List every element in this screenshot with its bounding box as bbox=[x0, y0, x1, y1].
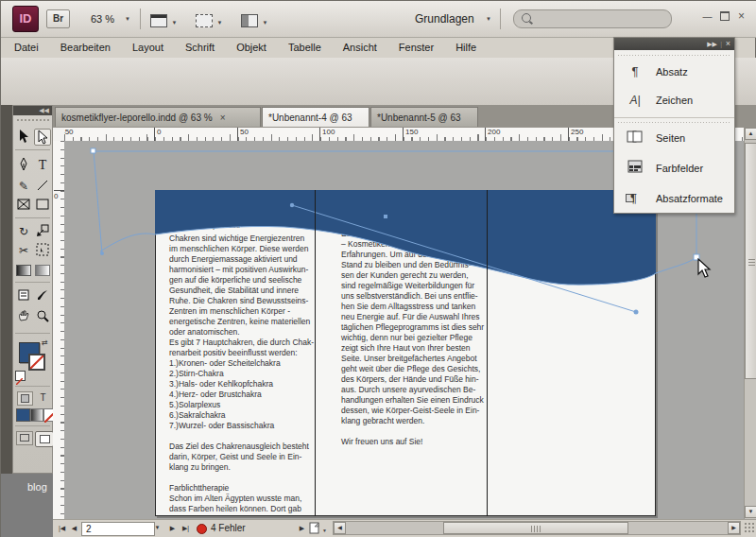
view-options-button[interactable]: ▼ bbox=[150, 11, 177, 28]
menu-fenster[interactable]: Fenster bbox=[399, 42, 434, 53]
menu-ansicht[interactable]: Ansicht bbox=[343, 42, 377, 53]
ruler-label: 50 bbox=[237, 128, 249, 141]
swatches-icon bbox=[626, 160, 644, 177]
first-page-icon[interactable]: |◀ bbox=[56, 522, 68, 534]
pen-tool[interactable] bbox=[15, 157, 32, 174]
window-resize-grip[interactable] bbox=[744, 522, 756, 534]
rotate-tool[interactable]: ↻ bbox=[15, 223, 32, 240]
path-handle-point[interactable] bbox=[100, 251, 104, 255]
minimize-button[interactable]: — bbox=[700, 11, 714, 24]
tab-unbenannt-4[interactable]: *Unbenannt-4 @ 63 %× bbox=[262, 107, 369, 127]
menu-schrift[interactable]: Schrift bbox=[185, 42, 215, 53]
gradient-tool[interactable] bbox=[15, 261, 32, 278]
tab-unbenannt-5[interactable]: *Unbenannt-5 @ 63 %× bbox=[370, 107, 478, 127]
close-button[interactable]: × bbox=[734, 11, 748, 24]
preflight-next-icon[interactable]: ▶ bbox=[296, 522, 308, 534]
tools-panel-collapse-icon[interactable]: ◀◀ bbox=[13, 106, 52, 115]
preflight-dropdown-icon[interactable]: ▼ bbox=[322, 528, 327, 533]
previous-page-icon[interactable]: ◀ bbox=[68, 522, 80, 534]
horizontal-scroll-thumb[interactable] bbox=[443, 522, 628, 534]
workspace-switcher[interactable]: Grundlagen bbox=[415, 12, 474, 26]
scroll-right-icon[interactable]: ▶ bbox=[728, 522, 740, 534]
screen-mode-icon bbox=[196, 14, 213, 27]
free-transform-tool[interactable] bbox=[34, 242, 51, 259]
titlebar-separator bbox=[500, 9, 501, 29]
page-dropdown-icon[interactable]: ▼ bbox=[151, 522, 163, 534]
scissors-tool[interactable]: ✂ bbox=[15, 242, 32, 259]
selection-tool[interactable] bbox=[15, 129, 32, 146]
scroll-left-icon[interactable]: ◀ bbox=[334, 522, 346, 534]
formatting-affects-container-button[interactable] bbox=[17, 391, 33, 406]
watermark-text: blog bbox=[27, 481, 47, 493]
apply-color-button[interactable] bbox=[16, 408, 30, 422]
panel-item-zeichen[interactable]: A| Zeichen bbox=[614, 91, 734, 110]
tab-kosmetikflyer[interactable]: kosmetikflyer-leporello.indd @ 63 %× bbox=[55, 107, 261, 127]
swap-fill-stroke-icon[interactable]: ⇄ bbox=[42, 338, 48, 347]
scale-tool[interactable] bbox=[34, 223, 51, 240]
close-panel-icon[interactable]: × bbox=[726, 38, 730, 50]
tab-close-icon[interactable]: × bbox=[220, 113, 226, 123]
default-fill-stroke-icon[interactable] bbox=[15, 371, 26, 381]
vertical-scrollbar[interactable]: ▲ ▼ bbox=[744, 128, 756, 519]
formatting-affects-text-button[interactable]: T bbox=[36, 391, 50, 404]
page-fold-line bbox=[487, 190, 488, 516]
next-page-icon[interactable]: ▶ bbox=[166, 522, 179, 534]
search-icon bbox=[522, 13, 531, 23]
pencil-tool[interactable]: ✎ bbox=[15, 178, 32, 195]
scroll-down-icon[interactable]: ▼ bbox=[745, 506, 756, 518]
normal-view-mode-button[interactable] bbox=[16, 431, 33, 445]
titlebar-separator bbox=[140, 9, 141, 29]
type-tool[interactable]: T bbox=[34, 157, 51, 174]
line-tool[interactable] bbox=[34, 178, 51, 195]
zoom-tool[interactable] bbox=[34, 308, 51, 325]
note-tool[interactable] bbox=[15, 287, 32, 304]
gradient-feather-tool[interactable] bbox=[34, 261, 51, 278]
blue-wave-shape[interactable] bbox=[155, 190, 656, 285]
tools-panel-grip[interactable] bbox=[16, 118, 49, 122]
vertical-scroll-thumb[interactable] bbox=[745, 143, 756, 379]
indesign-app-icon: ID bbox=[12, 6, 39, 32]
ruler-label: 100 bbox=[319, 128, 335, 141]
stroke-color-swatch[interactable] bbox=[28, 354, 45, 371]
preview-mode-button[interactable] bbox=[35, 431, 54, 447]
bridge-button[interactable]: Br bbox=[46, 9, 70, 28]
scroll-up-icon[interactable]: ▲ bbox=[745, 128, 756, 140]
path-handle-point[interactable] bbox=[290, 203, 294, 207]
direct-selection-tool[interactable] bbox=[34, 129, 51, 146]
search-input[interactable] bbox=[513, 9, 672, 28]
frame-tool[interactable] bbox=[15, 197, 32, 214]
panel-item-seiten[interactable]: Seiten bbox=[614, 129, 734, 147]
last-page-icon[interactable]: ▶| bbox=[180, 522, 192, 534]
arrange-documents-button[interactable]: ▼ bbox=[241, 11, 267, 28]
apply-gradient-button[interactable] bbox=[30, 408, 43, 422]
path-handle-point[interactable] bbox=[634, 310, 639, 315]
menu-hilfe[interactable]: Hilfe bbox=[455, 42, 476, 53]
watermark-block: blog bbox=[1, 474, 53, 537]
panel-item-absatz[interactable]: ¶ Absatz bbox=[614, 62, 734, 81]
hand-tool[interactable] bbox=[15, 308, 32, 325]
path-anchor-point[interactable] bbox=[384, 215, 387, 218]
floating-panel-header[interactable]: ▶▶ | × bbox=[614, 38, 734, 50]
menu-datei[interactable]: Datei bbox=[14, 42, 39, 53]
workspace-dropdown-icon[interactable]: ▼ bbox=[486, 16, 491, 22]
menu-layout[interactable]: Layout bbox=[132, 42, 163, 53]
eyedropper-tool[interactable] bbox=[34, 287, 51, 304]
restore-button[interactable] bbox=[717, 11, 731, 24]
path-anchor-point[interactable] bbox=[91, 148, 95, 153]
preflight-error-count[interactable]: 4 Fehler bbox=[211, 523, 246, 533]
menu-tabelle[interactable]: Tabelle bbox=[288, 42, 321, 53]
page-number-field[interactable]: 2 bbox=[81, 522, 155, 536]
panel-item-farbfelder[interactable]: Farbfelder bbox=[614, 159, 734, 178]
ruler-label: 0 bbox=[154, 128, 161, 141]
preflight-menu-icon[interactable] bbox=[309, 522, 320, 534]
collapse-panel-icon[interactable]: ▶▶ bbox=[707, 38, 717, 50]
rectangle-tool[interactable] bbox=[34, 197, 51, 214]
panel-item-absatzformate[interactable]: ¶ Absatzformate bbox=[614, 189, 734, 208]
zoom-level-dropdown-icon[interactable]: ▼ bbox=[125, 16, 130, 22]
screen-mode-button[interactable]: ▼ bbox=[196, 11, 222, 28]
horizontal-scrollbar[interactable]: ◀ ▶ bbox=[333, 521, 741, 535]
ruler-label: 250 bbox=[568, 128, 583, 141]
menu-objekt[interactable]: Objekt bbox=[236, 42, 266, 53]
zoom-level-value[interactable]: 63 % bbox=[91, 13, 114, 25]
menu-bearbeiten[interactable]: Bearbeiten bbox=[60, 42, 111, 53]
